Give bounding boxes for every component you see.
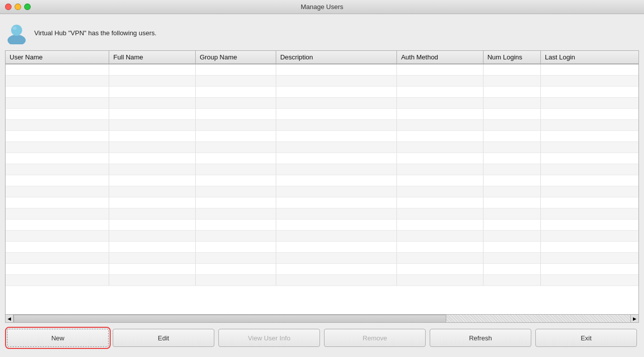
title-bar: Manage Users bbox=[0, 0, 644, 14]
table-row[interactable] bbox=[6, 119, 638, 130]
edit-button[interactable]: Edit bbox=[113, 329, 214, 347]
table-row[interactable] bbox=[6, 197, 638, 208]
scroll-thumb[interactable] bbox=[14, 315, 446, 323]
table-row[interactable] bbox=[6, 219, 638, 230]
maximize-button[interactable] bbox=[24, 4, 31, 10]
table-scroll-area[interactable]: User Name Full Name Group Name Descripti… bbox=[6, 51, 638, 314]
table-row[interactable] bbox=[6, 263, 638, 274]
table-row[interactable] bbox=[6, 175, 638, 186]
col-header-groupname[interactable]: Group Name bbox=[195, 51, 276, 64]
button-row: New Edit View User Info Remove Refresh E… bbox=[5, 327, 639, 352]
col-header-username[interactable]: User Name bbox=[6, 51, 109, 64]
scroll-left-button[interactable]: ◀ bbox=[6, 315, 14, 323]
table-row[interactable] bbox=[6, 141, 638, 153]
table-body bbox=[6, 64, 638, 285]
table-row[interactable] bbox=[6, 108, 638, 119]
table-row[interactable] bbox=[6, 186, 638, 197]
user-avatar-icon bbox=[5, 21, 28, 44]
refresh-button[interactable]: Refresh bbox=[430, 329, 531, 347]
col-header-description[interactable]: Description bbox=[276, 51, 396, 64]
table-row[interactable] bbox=[6, 130, 638, 141]
svg-point-2 bbox=[13, 27, 17, 30]
view-user-info-button[interactable]: View User Info bbox=[218, 329, 320, 347]
table-row[interactable] bbox=[6, 86, 638, 97]
table-row[interactable] bbox=[6, 75, 638, 86]
window-controls bbox=[5, 4, 31, 10]
table-row[interactable] bbox=[6, 252, 638, 263]
horizontal-scrollbar[interactable]: ◀ ▶ bbox=[6, 314, 638, 322]
col-header-fullname[interactable]: Full Name bbox=[109, 51, 196, 64]
table-row[interactable] bbox=[6, 241, 638, 252]
close-button[interactable] bbox=[5, 4, 12, 10]
scroll-track[interactable] bbox=[14, 315, 446, 323]
main-content: Virtual Hub "VPN" has the following user… bbox=[0, 14, 644, 357]
col-header-numlogins[interactable]: Num Logins bbox=[483, 51, 540, 64]
scroll-track-right bbox=[446, 315, 630, 323]
table-row[interactable] bbox=[6, 208, 638, 219]
header-area: Virtual Hub "VPN" has the following user… bbox=[5, 19, 639, 46]
col-header-lastlogin[interactable]: Last Login bbox=[541, 51, 638, 64]
table-row[interactable] bbox=[6, 153, 638, 164]
svg-point-0 bbox=[8, 35, 26, 44]
remove-button[interactable]: Remove bbox=[324, 329, 426, 347]
svg-point-1 bbox=[11, 25, 22, 36]
col-header-authmethod[interactable]: Auth Method bbox=[397, 51, 484, 64]
new-button[interactable]: New bbox=[7, 329, 109, 347]
table-row[interactable] bbox=[6, 97, 638, 108]
window-title: Manage Users bbox=[301, 3, 344, 11]
minimize-button[interactable] bbox=[15, 4, 21, 10]
scroll-right-button[interactable]: ▶ bbox=[630, 315, 638, 323]
users-table: User Name Full Name Group Name Descripti… bbox=[6, 51, 638, 286]
table-header-row: User Name Full Name Group Name Descripti… bbox=[6, 51, 638, 64]
header-description: Virtual Hub "VPN" has the following user… bbox=[34, 29, 156, 37]
table-row[interactable] bbox=[6, 274, 638, 285]
table-row[interactable] bbox=[6, 64, 638, 75]
exit-button[interactable]: Exit bbox=[535, 329, 637, 347]
table-row[interactable] bbox=[6, 164, 638, 175]
table-row[interactable] bbox=[6, 230, 638, 241]
users-table-container: User Name Full Name Group Name Descripti… bbox=[5, 50, 639, 323]
